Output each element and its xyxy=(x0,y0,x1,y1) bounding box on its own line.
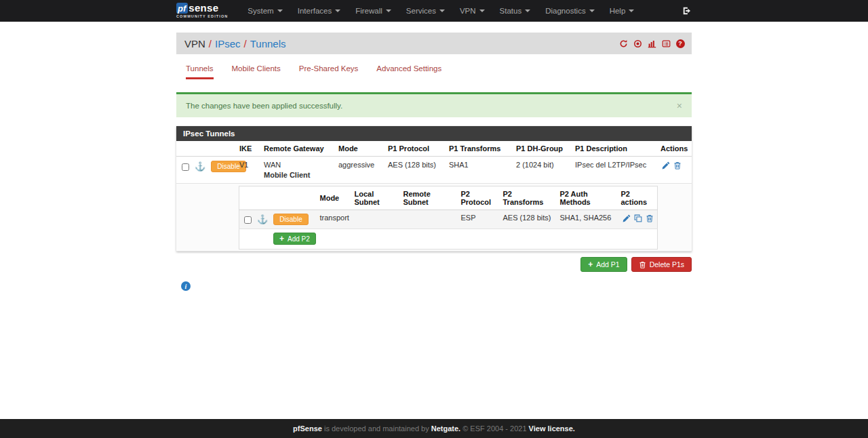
edit-p2-button[interactable] xyxy=(623,214,631,222)
tab-tunnels[interactable]: Tunnels xyxy=(186,64,214,79)
trash-icon xyxy=(673,161,682,170)
plus-icon: + xyxy=(279,235,284,243)
breadcrumb-link-tunnels[interactable]: Tunnels xyxy=(250,38,286,49)
menu-status[interactable]: Status xyxy=(492,0,538,22)
anchor-icon[interactable]: ⚓ xyxy=(195,161,205,172)
pencil-icon xyxy=(623,214,631,222)
close-icon[interactable]: × xyxy=(677,101,682,111)
p1-actions-cell xyxy=(657,157,692,184)
p2-mode-cell: transport xyxy=(317,210,352,229)
col-p2-protocol-header: P2 Protocol xyxy=(458,186,500,210)
menu-vpn[interactable]: VPN xyxy=(452,0,492,22)
p1-protocol-cell: AES (128 bits) xyxy=(384,157,446,184)
tab-bar: Tunnels Mobile Clients Pre-Shared Keys A… xyxy=(176,64,692,79)
p2-remote-subnet-cell xyxy=(401,210,458,229)
help-icon[interactable]: ? xyxy=(675,39,685,48)
panel-title: IPsec Tunnels xyxy=(176,126,692,141)
chevron-down-icon xyxy=(629,9,634,12)
menu-services-label: Services xyxy=(406,7,436,15)
footer-copyright: © ESF 2004 - 2021 xyxy=(460,424,528,433)
menu-system-label: System xyxy=(248,7,273,15)
p2-disable-button[interactable]: Disable xyxy=(273,214,308,225)
add-p1-button[interactable]: + Add P1 xyxy=(580,257,627,272)
brand-pf-badge: pf xyxy=(176,3,188,14)
breadcrumb-bar: VPN / IPsec / Tunnels ? xyxy=(176,33,692,54)
pfsense-logo[interactable]: pf sense COMMUNITY EDITION xyxy=(176,3,228,19)
p1-controls-header xyxy=(176,141,236,157)
info-icon[interactable]: i xyxy=(181,281,191,291)
p1-mode-cell: aggressive xyxy=(335,157,384,184)
breadcrumb: VPN / IPsec / Tunnels xyxy=(184,38,286,49)
footer-view-license-link[interactable]: View license. xyxy=(529,424,575,433)
delete-p1-button[interactable] xyxy=(673,161,682,170)
breadcrumb-link-ipsec[interactable]: IPsec xyxy=(215,38,241,49)
p2-header-row: Mode Local Subnet Remote Subnet P2 Proto… xyxy=(239,186,658,210)
chevron-down-icon xyxy=(439,9,445,12)
menu-firewall-label: Firewall xyxy=(355,7,382,15)
footer-netgate-link[interactable]: Netgate. xyxy=(431,424,460,433)
col-remote-subnet-header: Remote Subnet xyxy=(401,186,458,210)
edit-p1-button[interactable] xyxy=(662,161,670,170)
info-glyph: i xyxy=(185,283,187,290)
p2-auth-methods-cell: SHA1, SHA256 xyxy=(557,210,618,229)
chevron-down-icon xyxy=(589,9,595,12)
p1-row-checkbox[interactable] xyxy=(182,163,189,171)
menu-system[interactable]: System xyxy=(240,0,290,22)
menu-diagnostics[interactable]: Diagnostics xyxy=(538,0,601,22)
col-remote-gateway-header: Remote Gateway xyxy=(260,141,335,157)
tab-advanced-settings[interactable]: Advanced Settings xyxy=(376,64,441,79)
breadcrumb-separator: / xyxy=(205,38,215,49)
add-p2-row: + Add P2 xyxy=(239,229,658,250)
col-actions-header: Actions xyxy=(657,141,692,157)
p2-controls-header xyxy=(239,186,317,210)
anchor-icon[interactable]: ⚓ xyxy=(257,214,268,224)
footer-pfsense-link[interactable]: pfSense xyxy=(293,424,322,433)
menu-services[interactable]: Services xyxy=(399,0,452,22)
menu-interfaces-label: Interfaces xyxy=(298,7,332,15)
col-p2-transforms-header: P2 Transforms xyxy=(500,186,557,210)
p2-row: ⚓ Disable transport ESP AES (128 bits) S… xyxy=(239,210,658,229)
refresh-icon[interactable] xyxy=(618,39,628,48)
chevron-down-icon xyxy=(525,9,530,12)
p2-row-checkbox[interactable] xyxy=(244,216,252,224)
col-p1-description-header: P1 Description xyxy=(572,141,657,157)
menu-vpn-label: VPN xyxy=(460,7,476,15)
success-alert: The changes have been applied successful… xyxy=(176,92,692,117)
delete-p1s-button[interactable]: Delete P1s xyxy=(631,257,692,272)
breadcrumb-separator: / xyxy=(241,38,250,49)
bar-chart-icon[interactable] xyxy=(647,39,656,48)
alert-message: The changes have been applied successful… xyxy=(186,102,342,110)
sign-out-icon xyxy=(682,6,692,16)
tab-pre-shared-keys[interactable]: Pre-Shared Keys xyxy=(299,64,359,79)
col-p1-protocol-header: P1 Protocol xyxy=(384,141,446,157)
p1-row: ⚓ Disable V1 WAN Mobile Client aggressiv… xyxy=(176,157,692,184)
chevron-down-icon xyxy=(277,9,283,12)
add-p2-button[interactable]: + Add P2 xyxy=(273,233,316,245)
menu-interfaces[interactable]: Interfaces xyxy=(290,0,349,22)
tab-mobile-clients[interactable]: Mobile Clients xyxy=(232,64,281,79)
page-action-buttons: + Add P1 Delete P1s xyxy=(176,257,692,272)
p1-header-row: IKE Remote Gateway Mode P1 Protocol P1 T… xyxy=(176,141,692,157)
copy-p2-button[interactable] xyxy=(634,214,642,222)
logout-button[interactable] xyxy=(682,6,692,16)
p1-gateway-mobile-client: Mobile Client xyxy=(264,171,332,179)
brand-edition-label: COMMUNITY EDITION xyxy=(176,15,228,19)
menu-firewall[interactable]: Firewall xyxy=(348,0,399,22)
p1-description-cell: IPsec del L2TP/IPsec xyxy=(572,157,657,184)
list-alt-icon[interactable] xyxy=(661,39,671,48)
dot-circle-icon[interactable] xyxy=(633,39,642,48)
trash-icon xyxy=(639,261,646,268)
delete-p2-button[interactable] xyxy=(646,214,654,222)
col-p1-transforms-header: P1 Transforms xyxy=(446,141,513,157)
menu-status-label: Status xyxy=(500,7,522,15)
menu-help-label: Help xyxy=(610,7,626,15)
main-menu: System Interfaces Firewall Services VPN … xyxy=(240,0,642,22)
p1-dh-group-cell: 2 (1024 bit) xyxy=(513,157,572,184)
top-navbar: pf sense COMMUNITY EDITION System Interf… xyxy=(0,0,868,22)
p1-controls-cell: ⚓ Disable xyxy=(176,157,236,184)
copy-icon xyxy=(634,214,642,222)
p1-remote-gateway-cell: WAN Mobile Client xyxy=(260,157,335,184)
p2-nested-row: Mode Local Subnet Remote Subnet P2 Proto… xyxy=(176,184,692,252)
menu-help[interactable]: Help xyxy=(602,0,642,22)
col-ike-header: IKE xyxy=(236,141,260,157)
